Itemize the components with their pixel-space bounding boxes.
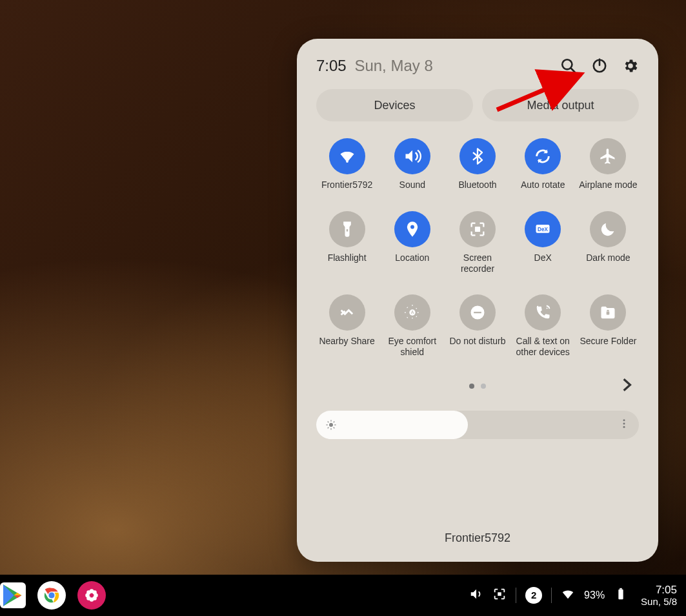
svg-point-46	[92, 596, 97, 601]
svg-point-44	[92, 590, 97, 595]
svg-rect-21	[474, 312, 481, 313]
svg-rect-49	[618, 590, 623, 600]
dex-tile[interactable]: DeXDeX	[512, 211, 574, 274]
battery-percent: 93%	[584, 590, 605, 601]
svg-point-4	[346, 160, 348, 163]
svg-line-15	[407, 307, 409, 309]
play-store-app[interactable]	[0, 582, 26, 608]
tile-label: Secure Folder	[580, 336, 636, 347]
media-output-label: Media output	[527, 99, 594, 112]
airplane-icon	[590, 138, 626, 174]
svg-line-17	[407, 316, 409, 318]
auto-rotate-tile[interactable]: Auto rotate	[512, 138, 574, 190]
brightness-slider[interactable]	[316, 411, 639, 439]
taskbar-clock[interactable]: 7:05 Sun, 5/8	[641, 584, 677, 608]
quick-settings-panel: 7:05 Sun, May 8 Devices Media output Fro…	[297, 39, 658, 562]
bluetooth-tile[interactable]: Bluetooth	[447, 138, 508, 190]
devices-button[interactable]: Devices	[316, 89, 473, 121]
sound-tile[interactable]: Sound	[381, 138, 443, 190]
dnd-icon	[459, 294, 496, 331]
panel-header: 7:05 Sun, May 8	[316, 57, 639, 75]
rotate-icon	[525, 138, 561, 174]
call-text-tile[interactable]: Call & text on other devices	[512, 294, 574, 358]
svg-point-23	[329, 423, 333, 427]
devices-label: Devices	[374, 99, 415, 112]
tile-label: Sound	[399, 180, 425, 190]
airplane-tile[interactable]: Airplane mode	[578, 138, 639, 190]
page-dots	[469, 384, 486, 389]
svg-point-33	[623, 422, 625, 424]
wifi-status-icon[interactable]	[561, 587, 575, 604]
location-tile[interactable]: Location	[381, 211, 443, 274]
media-output-button[interactable]: Media output	[482, 89, 639, 121]
flashlight-tile[interactable]: Flashlight	[316, 211, 378, 274]
svg-rect-7	[475, 227, 480, 232]
screen-capture-icon[interactable]	[492, 587, 507, 604]
power-icon[interactable]	[591, 57, 608, 74]
svg-rect-50	[620, 588, 622, 590]
search-icon[interactable]	[560, 57, 577, 74]
pager	[316, 376, 639, 396]
page-dot-2[interactable]	[481, 384, 486, 389]
svg-line-29	[334, 427, 335, 429]
nearby-share-tile[interactable]: Nearby Share	[316, 294, 378, 358]
screenrec-icon	[459, 211, 496, 247]
eyecomfort-icon: A	[394, 294, 430, 331]
tile-label: Do not disturb	[449, 336, 505, 347]
gallery-app[interactable]	[77, 581, 106, 610]
screen-recorder-tile[interactable]: Screen recorder	[447, 211, 508, 274]
tiles-grid: Frontier5792SoundBluetoothAuto rotateAir…	[316, 138, 639, 358]
taskbar: 2 93% 7:05 Sun, 5/8	[0, 575, 686, 616]
dark-mode-tile[interactable]: Dark mode	[578, 211, 639, 274]
tile-label: Frontier5792	[321, 180, 372, 190]
svg-line-28	[328, 422, 329, 423]
wifi-tile[interactable]: Frontier5792	[316, 138, 378, 190]
dex-icon: DeX	[525, 211, 561, 247]
time-date: 7:05 Sun, May 8	[316, 57, 433, 75]
securefolder-icon	[590, 294, 626, 331]
sound-icon	[394, 138, 430, 174]
tile-label: Nearby Share	[319, 336, 374, 347]
eye-comfort-tile[interactable]: AEye comfort shield	[381, 294, 443, 358]
taskbar-separator	[551, 588, 552, 603]
calltext-icon	[525, 294, 561, 331]
svg-text:DeX: DeX	[538, 227, 548, 232]
tile-label: DeX	[534, 252, 552, 263]
svg-rect-5	[346, 229, 347, 232]
volume-icon[interactable]	[469, 587, 483, 604]
notification-count-badge[interactable]: 2	[525, 587, 542, 604]
svg-rect-22	[607, 312, 610, 315]
svg-point-45	[86, 596, 91, 601]
tile-label: Flashlight	[328, 252, 367, 263]
svg-text:A: A	[410, 311, 414, 315]
svg-line-18	[416, 307, 418, 309]
tile-label: Location	[395, 252, 429, 263]
tile-label: Airplane mode	[579, 180, 637, 190]
brightness-sun-icon	[325, 419, 337, 431]
chrome-app[interactable]	[37, 581, 66, 610]
tile-label: Dark mode	[586, 252, 630, 263]
brightness-more-icon[interactable]	[618, 418, 630, 432]
panel-date: Sun, May 8	[354, 57, 432, 74]
moon-icon	[590, 211, 626, 247]
svg-point-47	[90, 594, 94, 597]
svg-rect-48	[498, 592, 501, 596]
panel-time: 7:05	[316, 57, 347, 74]
tile-label: Screen recorder	[447, 252, 508, 274]
gear-icon[interactable]	[622, 57, 639, 74]
svg-point-32	[623, 419, 625, 421]
brightness-fill	[316, 411, 468, 439]
taskbar-separator	[516, 588, 516, 603]
svg-line-16	[416, 316, 418, 318]
pill-row: Devices Media output	[316, 89, 639, 121]
dnd-tile[interactable]: Do not disturb	[447, 294, 508, 358]
panel-footer-network[interactable]: Frontier5792	[316, 531, 639, 549]
taskbar-time: 7:05	[641, 584, 677, 597]
tile-label: Call & text on other devices	[512, 336, 574, 358]
page-dot-1[interactable]	[469, 384, 474, 389]
next-page-chevron-icon[interactable]	[618, 376, 635, 396]
secure-folder-tile[interactable]: Secure Folder	[578, 294, 639, 358]
svg-line-1	[571, 68, 575, 72]
tile-label: Eye comfort shield	[381, 336, 443, 358]
svg-line-30	[328, 427, 329, 429]
